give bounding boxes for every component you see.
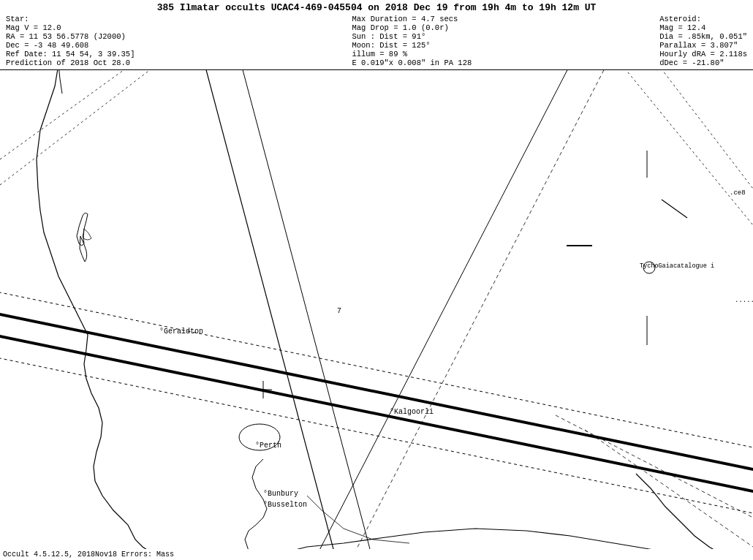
svg-line-9 — [0, 291, 753, 448]
svg-text:.ce8: .ce8 — [730, 189, 746, 197]
asteroid-mag: Mag = 12.4 — [659, 23, 747, 32]
svg-line-10 — [0, 357, 753, 514]
moon-info: Moon: Dist = 125° — [352, 41, 472, 50]
svg-line-8 — [0, 335, 753, 492]
svg-line-14 — [351, 64, 607, 560]
svg-text:......: ...... — [735, 297, 753, 304]
svg-line-11 — [205, 64, 336, 560]
info-section: Star: Mag V = 12.0 RA = 11 53 56.5778 (J… — [3, 14, 750, 68]
asteroid-label: Asteroid: — [659, 15, 747, 23]
star-info-col: Star: Mag V = 12.0 RA = 11 53 56.5778 (J… — [6, 15, 135, 67]
max-info-col: Max Duration = 4.7 secs Mag Drop = 1.0 (… — [352, 15, 472, 67]
svg-text:°Kalgoorli: °Kalgoorli — [390, 408, 434, 416]
star-ra: RA = 11 53 56.5778 (J2000) — [6, 32, 135, 41]
svg-text:°Perth: °Perth — [255, 442, 281, 450]
svg-line-1 — [0, 64, 132, 159]
title-bar: 385 Ilmatar occults UCAC4-469-045504 on … — [3, 1, 750, 14]
svg-line-18 — [662, 200, 687, 218]
svg-text:°Busselton: °Busselton — [263, 501, 307, 509]
svg-text:°Geraldton: °Geraldton — [159, 328, 203, 336]
mag-drop: Mag Drop = 1.0 (0.0r) — [352, 23, 472, 32]
star-label: Star: — [6, 15, 135, 23]
max-duration: Max Duration = 4.7 secs — [352, 15, 472, 23]
star-prediction: Prediction of 2018 Oct 28.0 — [6, 58, 135, 67]
asteroid-dia: Dia = .85km, 0.051" — [659, 32, 747, 41]
illum-info: illum = 89 % — [352, 50, 472, 58]
star-dec: Dec = -3 48 49.608 — [6, 41, 135, 50]
sun-dist: Sun : Dist = 91° — [352, 32, 472, 41]
svg-line-5 — [556, 415, 753, 518]
svg-line-2 — [0, 64, 157, 185]
header: 385 Ilmatar occults UCAC4-469-045504 on … — [0, 0, 753, 70]
asteroid-hourly-dra: Hourly dRA = 2.118s — [659, 50, 747, 58]
footer-text: Occult 4.5.12.5, 2018Nov18 Errors: Mass — [3, 550, 174, 559]
star-ref-date: Ref Date: 11 54 54, 3 39.35] — [6, 50, 135, 58]
asteroid-parallax: Parallax = 3.807" — [659, 41, 747, 50]
map-area: °Geraldton °Kalgoorli °Perth °Bunbury °B… — [0, 64, 753, 560]
asteroid-hourly-ddec: dDec = -21.80" — [659, 58, 747, 67]
svg-line-6 — [585, 430, 753, 547]
svg-line-4 — [658, 64, 753, 189]
ellipse-info: E 0.019"x 0.008" in PA 128 — [352, 58, 472, 67]
svg-text:TychoGaiacatalogue i: TychoGaiacatalogue i — [640, 262, 714, 270]
svg-line-7 — [0, 313, 753, 470]
svg-line-3 — [621, 64, 753, 225]
svg-line-13 — [314, 64, 570, 560]
asteroid-info-col: Asteroid: Mag = 12.4 Dia = .85km, 0.051"… — [659, 15, 747, 67]
star-mag-v: Mag V = 12.0 — [6, 23, 135, 32]
svg-text:°Bunbury: °Bunbury — [263, 490, 298, 498]
svg-text:7: 7 — [337, 307, 341, 315]
footer: Occult 4.5.12.5, 2018Nov18 Errors: Mass — [0, 549, 753, 560]
